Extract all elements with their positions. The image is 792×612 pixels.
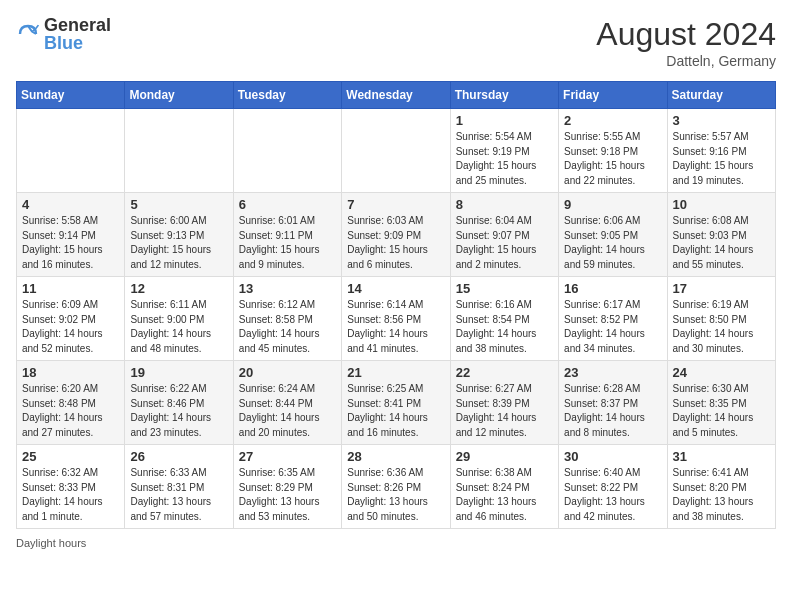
calendar-cell: 29Sunrise: 6:38 AM Sunset: 8:24 PM Dayli… [450,445,558,529]
weekday-header-thursday: Thursday [450,82,558,109]
day-info: Sunrise: 6:36 AM Sunset: 8:26 PM Dayligh… [347,466,444,524]
day-number: 13 [239,281,336,296]
day-info: Sunrise: 6:32 AM Sunset: 8:33 PM Dayligh… [22,466,119,524]
calendar-cell: 31Sunrise: 6:41 AM Sunset: 8:20 PM Dayli… [667,445,775,529]
day-info: Sunrise: 6:40 AM Sunset: 8:22 PM Dayligh… [564,466,661,524]
daylight-hours-label: Daylight hours [16,537,86,549]
weekday-header-wednesday: Wednesday [342,82,450,109]
day-number: 20 [239,365,336,380]
calendar-cell: 12Sunrise: 6:11 AM Sunset: 9:00 PM Dayli… [125,277,233,361]
day-info: Sunrise: 5:55 AM Sunset: 9:18 PM Dayligh… [564,130,661,188]
day-info: Sunrise: 6:16 AM Sunset: 8:54 PM Dayligh… [456,298,553,356]
day-number: 27 [239,449,336,464]
calendar-cell: 6Sunrise: 6:01 AM Sunset: 9:11 PM Daylig… [233,193,341,277]
day-number: 16 [564,281,661,296]
weekday-header-sunday: Sunday [17,82,125,109]
week-row-3: 11Sunrise: 6:09 AM Sunset: 9:02 PM Dayli… [17,277,776,361]
day-info: Sunrise: 6:12 AM Sunset: 8:58 PM Dayligh… [239,298,336,356]
day-info: Sunrise: 5:58 AM Sunset: 9:14 PM Dayligh… [22,214,119,272]
calendar-cell: 2Sunrise: 5:55 AM Sunset: 9:18 PM Daylig… [559,109,667,193]
day-info: Sunrise: 6:38 AM Sunset: 8:24 PM Dayligh… [456,466,553,524]
weekday-header-tuesday: Tuesday [233,82,341,109]
calendar-cell: 5Sunrise: 6:00 AM Sunset: 9:13 PM Daylig… [125,193,233,277]
calendar-cell [17,109,125,193]
day-number: 17 [673,281,770,296]
day-number: 31 [673,449,770,464]
day-number: 5 [130,197,227,212]
calendar-cell: 10Sunrise: 6:08 AM Sunset: 9:03 PM Dayli… [667,193,775,277]
day-number: 8 [456,197,553,212]
calendar-cell: 22Sunrise: 6:27 AM Sunset: 8:39 PM Dayli… [450,361,558,445]
day-info: Sunrise: 6:19 AM Sunset: 8:50 PM Dayligh… [673,298,770,356]
calendar-cell [342,109,450,193]
day-info: Sunrise: 6:01 AM Sunset: 9:11 PM Dayligh… [239,214,336,272]
day-info: Sunrise: 6:35 AM Sunset: 8:29 PM Dayligh… [239,466,336,524]
calendar-cell: 11Sunrise: 6:09 AM Sunset: 9:02 PM Dayli… [17,277,125,361]
day-number: 25 [22,449,119,464]
calendar-cell [233,109,341,193]
day-info: Sunrise: 6:00 AM Sunset: 9:13 PM Dayligh… [130,214,227,272]
calendar-cell: 3Sunrise: 5:57 AM Sunset: 9:16 PM Daylig… [667,109,775,193]
week-row-2: 4Sunrise: 5:58 AM Sunset: 9:14 PM Daylig… [17,193,776,277]
calendar-cell: 26Sunrise: 6:33 AM Sunset: 8:31 PM Dayli… [125,445,233,529]
day-info: Sunrise: 6:09 AM Sunset: 9:02 PM Dayligh… [22,298,119,356]
calendar-cell: 7Sunrise: 6:03 AM Sunset: 9:09 PM Daylig… [342,193,450,277]
day-info: Sunrise: 6:28 AM Sunset: 8:37 PM Dayligh… [564,382,661,440]
location-subtitle: Datteln, Germany [596,53,776,69]
day-number: 22 [456,365,553,380]
day-number: 4 [22,197,119,212]
day-number: 19 [130,365,227,380]
day-number: 21 [347,365,444,380]
calendar-cell: 21Sunrise: 6:25 AM Sunset: 8:41 PM Dayli… [342,361,450,445]
calendar-cell [125,109,233,193]
calendar-cell: 23Sunrise: 6:28 AM Sunset: 8:37 PM Dayli… [559,361,667,445]
calendar-cell: 19Sunrise: 6:22 AM Sunset: 8:46 PM Dayli… [125,361,233,445]
day-info: Sunrise: 6:22 AM Sunset: 8:46 PM Dayligh… [130,382,227,440]
calendar-cell: 15Sunrise: 6:16 AM Sunset: 8:54 PM Dayli… [450,277,558,361]
calendar-cell: 20Sunrise: 6:24 AM Sunset: 8:44 PM Dayli… [233,361,341,445]
day-number: 30 [564,449,661,464]
weekday-header-friday: Friday [559,82,667,109]
calendar-cell: 27Sunrise: 6:35 AM Sunset: 8:29 PM Dayli… [233,445,341,529]
day-number: 6 [239,197,336,212]
day-info: Sunrise: 6:27 AM Sunset: 8:39 PM Dayligh… [456,382,553,440]
day-info: Sunrise: 6:30 AM Sunset: 8:35 PM Dayligh… [673,382,770,440]
calendar-cell: 13Sunrise: 6:12 AM Sunset: 8:58 PM Dayli… [233,277,341,361]
calendar-cell: 9Sunrise: 6:06 AM Sunset: 9:05 PM Daylig… [559,193,667,277]
day-number: 28 [347,449,444,464]
calendar-cell: 25Sunrise: 6:32 AM Sunset: 8:33 PM Dayli… [17,445,125,529]
calendar-cell: 16Sunrise: 6:17 AM Sunset: 8:52 PM Dayli… [559,277,667,361]
day-number: 10 [673,197,770,212]
logo: General Blue [16,16,111,52]
day-info: Sunrise: 6:06 AM Sunset: 9:05 PM Dayligh… [564,214,661,272]
day-number: 3 [673,113,770,128]
day-info: Sunrise: 5:57 AM Sunset: 9:16 PM Dayligh… [673,130,770,188]
logo-text: General Blue [44,16,111,52]
day-number: 7 [347,197,444,212]
day-number: 11 [22,281,119,296]
calendar-cell: 1Sunrise: 5:54 AM Sunset: 9:19 PM Daylig… [450,109,558,193]
calendar-cell: 8Sunrise: 6:04 AM Sunset: 9:07 PM Daylig… [450,193,558,277]
week-row-5: 25Sunrise: 6:32 AM Sunset: 8:33 PM Dayli… [17,445,776,529]
day-info: Sunrise: 6:17 AM Sunset: 8:52 PM Dayligh… [564,298,661,356]
day-info: Sunrise: 6:25 AM Sunset: 8:41 PM Dayligh… [347,382,444,440]
calendar-cell: 17Sunrise: 6:19 AM Sunset: 8:50 PM Dayli… [667,277,775,361]
day-number: 24 [673,365,770,380]
week-row-1: 1Sunrise: 5:54 AM Sunset: 9:19 PM Daylig… [17,109,776,193]
calendar-cell: 28Sunrise: 6:36 AM Sunset: 8:26 PM Dayli… [342,445,450,529]
calendar-table: SundayMondayTuesdayWednesdayThursdayFrid… [16,81,776,529]
day-number: 2 [564,113,661,128]
day-number: 14 [347,281,444,296]
day-number: 18 [22,365,119,380]
weekday-header-row: SundayMondayTuesdayWednesdayThursdayFrid… [17,82,776,109]
day-info: Sunrise: 6:33 AM Sunset: 8:31 PM Dayligh… [130,466,227,524]
month-year-title: August 2024 [596,16,776,53]
day-info: Sunrise: 6:08 AM Sunset: 9:03 PM Dayligh… [673,214,770,272]
day-info: Sunrise: 6:03 AM Sunset: 9:09 PM Dayligh… [347,214,444,272]
day-info: Sunrise: 6:14 AM Sunset: 8:56 PM Dayligh… [347,298,444,356]
day-info: Sunrise: 5:54 AM Sunset: 9:19 PM Dayligh… [456,130,553,188]
calendar-cell: 24Sunrise: 6:30 AM Sunset: 8:35 PM Dayli… [667,361,775,445]
title-section: August 2024 Datteln, Germany [596,16,776,69]
page-header: General Blue August 2024 Datteln, German… [16,16,776,69]
day-number: 29 [456,449,553,464]
